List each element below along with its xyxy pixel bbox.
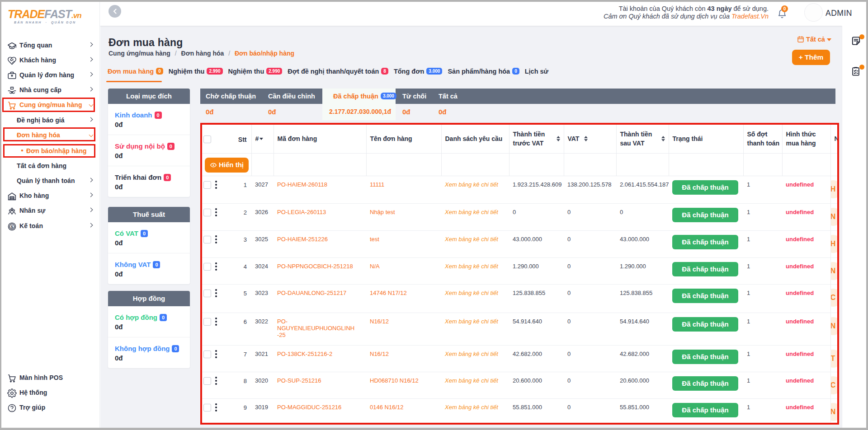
svg-text:$: $ xyxy=(11,224,14,229)
